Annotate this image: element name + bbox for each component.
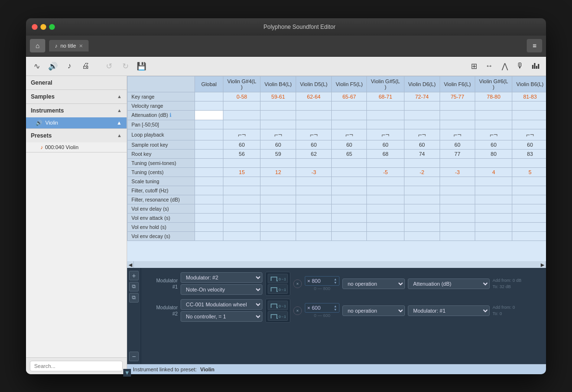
mod1-source1-select[interactable]: Modulator: #2 [181, 272, 262, 283]
bars-icon [532, 63, 539, 69]
col-violin-g5: Violin G#5(L) [367, 76, 404, 92]
row-label-loop: Loop playback [128, 129, 195, 140]
undo-button[interactable]: ↺ [102, 59, 116, 73]
save-icon: 💾 [137, 62, 146, 71]
mod2-value-spinner[interactable]: × 600 ▲ ▼ [305, 303, 339, 313]
scroll-track[interactable] [134, 261, 539, 268]
data-table: Global Violin G#4(L) Violin B4(L) Violin… [127, 76, 546, 241]
sidebar-samples-label: Samples [31, 93, 54, 100]
home-button[interactable]: ⌂ [30, 39, 45, 52]
grid-icon: ⊞ [471, 62, 477, 71]
mod2-value-col: × 600 ▲ ▼ 0 — 600 [305, 303, 339, 318]
mod2-source1-select[interactable]: CC-001 Modulation wheel [181, 299, 262, 310]
table-row: Vol env decay (s) [128, 231, 546, 240]
table-row: Filter, resonance (dB) [128, 195, 546, 204]
table-row: Scale tuning [128, 177, 546, 186]
main-window: Polyphone Soundfont Editor ⌂ ♪ no title … [26, 18, 546, 374]
tab-close-button[interactable]: ✕ [79, 43, 83, 49]
mod1-signal2-button[interactable]: 0→1 [268, 284, 288, 294]
mod1-value-col: × 800 ▲ ▼ 0 — 800 [305, 276, 339, 291]
arrows-button[interactable]: ↔ [482, 59, 496, 73]
add-modulator-button[interactable]: + [129, 271, 139, 280]
note-tool-button[interactable]: ♪ [63, 59, 76, 73]
sidebar-samples-header[interactable]: Samples ▲ [26, 90, 127, 103]
mod2-selects: CC-001 Modulation wheel No controller, =… [181, 299, 262, 322]
row-label-vol-decay: Vol env decay (s) [128, 231, 195, 240]
violin-item-label: Violin [45, 120, 58, 126]
scroll-right-button[interactable]: ▶ [539, 261, 546, 268]
menu-button[interactable]: ≡ [527, 39, 542, 52]
save-button[interactable]: 💾 [135, 59, 148, 73]
sidebar-item-violin-preset[interactable]: ♪ 000:040 Violin [26, 142, 127, 152]
mod1-destination-select[interactable]: Attenuation (dB) [408, 278, 490, 289]
table-wrapper[interactable]: Global Violin G#4(L) Violin B4(L) Violin… [127, 76, 546, 261]
sidebar-presets-section: Presets ▲ ♪ 000:040 Violin [26, 129, 127, 152]
table-row: Tuning (cents) 15 12 -3 -5 -2 -3 4 [128, 167, 546, 177]
mod1-signal1-button[interactable]: 0→1 [268, 274, 288, 283]
table-row: Key range 0-58 59-61 62-64 65-67 68-71 7… [128, 92, 546, 101]
spin-down-2[interactable]: ▼ [334, 308, 337, 311]
close-button[interactable] [32, 24, 38, 30]
mod1-source2-select[interactable]: Note-On velocity [181, 284, 262, 295]
mod2-operation-select[interactable]: no operation [342, 305, 405, 316]
sidebar-instruments-header[interactable]: Instruments ▲ [26, 104, 127, 117]
sidebar: General Samples ▲ Instruments ▲ 🔊 Violin… [26, 76, 127, 374]
sidebar-spacer [26, 152, 127, 357]
speaker-tool-button[interactable]: 🔊 [46, 59, 60, 73]
row-label-vol-delay: Vol env delay (s) [128, 204, 195, 213]
maximize-button[interactable] [49, 24, 55, 30]
spin-up[interactable]: ▲ [334, 278, 337, 281]
main-content: General Samples ▲ Instruments ▲ 🔊 Violin… [26, 76, 546, 374]
modulator-panel: + ⧉ ⧉ − Modulator#1 Modulator: #2 [127, 268, 546, 364]
redo-button[interactable]: ↻ [118, 59, 132, 73]
mod2-destination-select[interactable]: Modulator: #1 [408, 305, 490, 316]
search-input[interactable] [30, 361, 123, 371]
table-scroll-container[interactable]: Global Violin G#4(L) Violin B4(L) Violin… [127, 76, 546, 268]
mod1-label: Modulator#1 [145, 278, 178, 290]
scroll-left-button[interactable]: ◀ [127, 261, 134, 268]
mod1-operation-select[interactable]: no operation [342, 278, 405, 289]
attenuation-input[interactable] [197, 112, 221, 118]
sidebar-presets-header[interactable]: Presets ▲ [26, 129, 127, 142]
wave-tool-button[interactable]: ∿ [30, 59, 43, 73]
print-icon: 🖨 [82, 62, 90, 70]
sidebar-instruments-section: Instruments ▲ 🔊 Violin ▲ [26, 104, 127, 129]
grid-view-button[interactable]: ⊞ [467, 59, 481, 73]
mod1-to: To: 32 dB [493, 284, 521, 290]
mod2-spin-arrows[interactable]: ▲ ▼ [334, 304, 337, 311]
mod2-signal1-button[interactable]: 0→1 [268, 301, 288, 310]
col-violin-b6: Violin B6(L) [512, 76, 546, 92]
sidebar-item-violin[interactable]: 🔊 Violin ▲ [26, 117, 127, 128]
paste-modulator-button[interactable]: ⧉ [129, 293, 139, 303]
sidebar-general-header[interactable]: General [26, 76, 127, 89]
mic-button[interactable]: 🎙 [513, 59, 527, 73]
view-tools: ⊞ ↔ ⋀ 🎙 [467, 59, 542, 73]
bars-button[interactable] [529, 59, 542, 73]
row-label-key-range: Key range [128, 92, 195, 101]
table-scrollbar[interactable]: ◀ ▶ [127, 261, 546, 268]
col-violin-g6: Violin G#6(L) [475, 76, 512, 92]
print-tool-button[interactable]: 🖨 [79, 59, 92, 73]
row-label-vol-hold: Vol env hold (s) [128, 222, 195, 231]
table-row: Vol env delay (s) [128, 204, 546, 213]
mod1-spin-arrows[interactable]: ▲ ▼ [334, 278, 337, 284]
mod2-add-from: Add from: 0 [493, 304, 515, 311]
col-header-empty [128, 76, 195, 92]
mod2-source2-select[interactable]: No controller, = 1 [181, 311, 262, 322]
tab-no-title[interactable]: ♪ no title ✕ [49, 40, 89, 51]
spin-up-2[interactable]: ▲ [334, 304, 337, 308]
spin-down[interactable]: ▼ [334, 281, 337, 284]
col-violin-g4: Violin G#4(L) [223, 76, 260, 92]
minimize-button[interactable] [40, 24, 46, 30]
svg-text:0→1: 0→1 [279, 304, 286, 308]
waveform-button[interactable]: ⋀ [498, 59, 511, 73]
toolbar-right: ≡ [527, 39, 542, 52]
copy-modulator-button[interactable]: ⧉ [129, 282, 139, 291]
sidebar-instruments-label: Instruments [31, 107, 64, 114]
tab-label: no title [61, 43, 76, 49]
mod2-label: Modulator#2 [145, 304, 178, 317]
mod2-signal2-button[interactable]: 0→1 [268, 311, 288, 321]
svg-text:0→1: 0→1 [279, 315, 286, 318]
mod1-value-spinner[interactable]: × 800 ▲ ▼ [305, 276, 339, 286]
remove-modulator-button[interactable]: − [129, 352, 139, 361]
